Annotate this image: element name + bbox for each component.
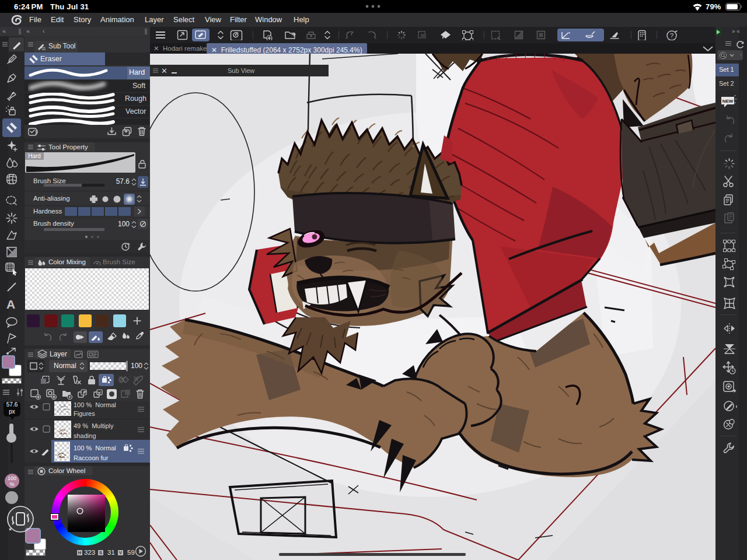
svg-text:NEW: NEW bbox=[722, 99, 734, 104]
svg-text:?: ? bbox=[670, 32, 673, 39]
